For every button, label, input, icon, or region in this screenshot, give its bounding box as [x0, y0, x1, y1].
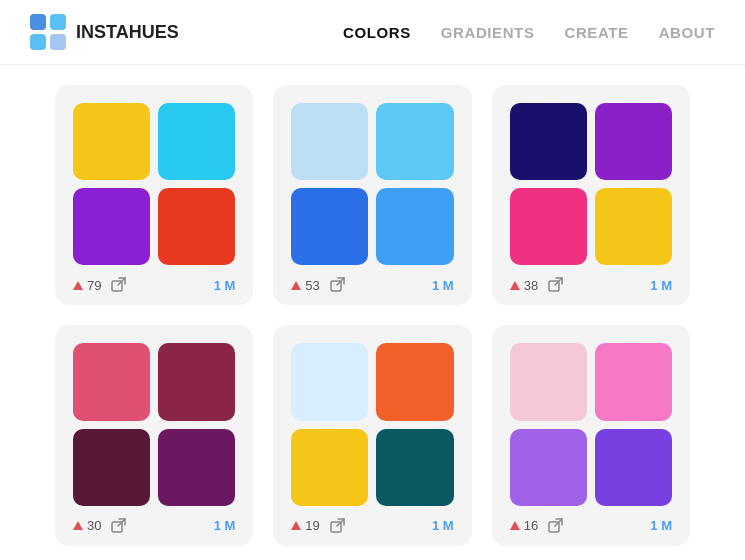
logo-icon: [30, 14, 66, 50]
color-swatch[interactable]: [376, 429, 453, 506]
views-count: 1 M: [432, 278, 454, 293]
color-swatch[interactable]: [510, 103, 587, 180]
color-swatch[interactable]: [510, 429, 587, 506]
upvote-icon: [510, 521, 520, 530]
color-swatch[interactable]: [158, 188, 235, 265]
palette-card: 38 1 M: [492, 85, 690, 305]
palette-card: 53 1 M: [273, 85, 471, 305]
color-swatch[interactable]: [291, 188, 368, 265]
palette-card: 30 1 M: [55, 325, 253, 545]
card-footer: 16 1 M: [510, 518, 672, 534]
color-grid: [291, 103, 453, 265]
palette-card: 19 1 M: [273, 325, 471, 545]
upvote-number: 16: [524, 518, 538, 533]
color-grid: [73, 103, 235, 265]
views-count: 1 M: [650, 518, 672, 533]
upvote-number: 19: [305, 518, 319, 533]
card-footer: 79 1 M: [73, 277, 235, 293]
svg-rect-3: [50, 34, 66, 50]
color-swatch[interactable]: [291, 429, 368, 506]
color-swatch[interactable]: [595, 188, 672, 265]
card-footer: 30 1 M: [73, 518, 235, 534]
color-swatch[interactable]: [158, 429, 235, 506]
main-content: 79 1 M 53 1 M 38 1 M: [0, 65, 745, 560]
upvote-number: 53: [305, 278, 319, 293]
palette-card: 16 1 M: [492, 325, 690, 545]
color-swatch[interactable]: [376, 188, 453, 265]
external-link-icon[interactable]: [548, 518, 564, 534]
color-swatch[interactable]: [595, 103, 672, 180]
external-link-icon[interactable]: [330, 277, 346, 293]
upvote-number: 30: [87, 518, 101, 533]
upvote-number: 38: [524, 278, 538, 293]
color-swatch[interactable]: [73, 188, 150, 265]
upvote-icon: [73, 281, 83, 290]
upvote-count[interactable]: 79: [73, 278, 101, 293]
upvote-count[interactable]: 30: [73, 518, 101, 533]
color-swatch[interactable]: [291, 343, 368, 420]
upvote-count[interactable]: 38: [510, 278, 538, 293]
palette-card: 79 1 M: [55, 85, 253, 305]
header: INSTAHUES COLORS GRADIENTS CREATE ABOUT: [0, 0, 745, 65]
nav-gradients[interactable]: GRADIENTS: [441, 24, 535, 41]
color-grid: [73, 343, 235, 505]
color-swatch[interactable]: [158, 343, 235, 420]
nav-colors[interactable]: COLORS: [343, 24, 411, 41]
palette-grid: 79 1 M 53 1 M 38 1 M: [55, 85, 690, 546]
color-swatch[interactable]: [595, 429, 672, 506]
color-grid: [510, 343, 672, 505]
color-swatch[interactable]: [510, 188, 587, 265]
svg-rect-0: [30, 14, 46, 30]
upvote-icon: [510, 281, 520, 290]
upvote-icon: [291, 521, 301, 530]
external-link-icon[interactable]: [330, 518, 346, 534]
views-count: 1 M: [432, 518, 454, 533]
color-swatch[interactable]: [510, 343, 587, 420]
card-footer: 19 1 M: [291, 518, 453, 534]
logo-text: INSTAHUES: [76, 22, 179, 43]
external-link-icon[interactable]: [111, 518, 127, 534]
svg-rect-1: [50, 14, 66, 30]
svg-rect-2: [30, 34, 46, 50]
color-swatch[interactable]: [291, 103, 368, 180]
card-footer: 53 1 M: [291, 277, 453, 293]
nav-about[interactable]: ABOUT: [659, 24, 715, 41]
color-swatch[interactable]: [376, 103, 453, 180]
color-swatch[interactable]: [158, 103, 235, 180]
nav-create[interactable]: CREATE: [565, 24, 629, 41]
main-nav: COLORS GRADIENTS CREATE ABOUT: [343, 24, 715, 41]
upvote-number: 79: [87, 278, 101, 293]
logo: INSTAHUES: [30, 14, 179, 50]
color-swatch[interactable]: [595, 343, 672, 420]
upvote-count[interactable]: 53: [291, 278, 319, 293]
views-count: 1 M: [650, 278, 672, 293]
color-grid: [291, 343, 453, 505]
upvote-icon: [73, 521, 83, 530]
upvote-icon: [291, 281, 301, 290]
views-count: 1 M: [214, 518, 236, 533]
color-swatch[interactable]: [73, 429, 150, 506]
color-swatch[interactable]: [73, 343, 150, 420]
color-grid: [510, 103, 672, 265]
external-link-icon[interactable]: [111, 277, 127, 293]
color-swatch[interactable]: [73, 103, 150, 180]
external-link-icon[interactable]: [548, 277, 564, 293]
views-count: 1 M: [214, 278, 236, 293]
upvote-count[interactable]: 16: [510, 518, 538, 533]
card-footer: 38 1 M: [510, 277, 672, 293]
color-swatch[interactable]: [376, 343, 453, 420]
upvote-count[interactable]: 19: [291, 518, 319, 533]
